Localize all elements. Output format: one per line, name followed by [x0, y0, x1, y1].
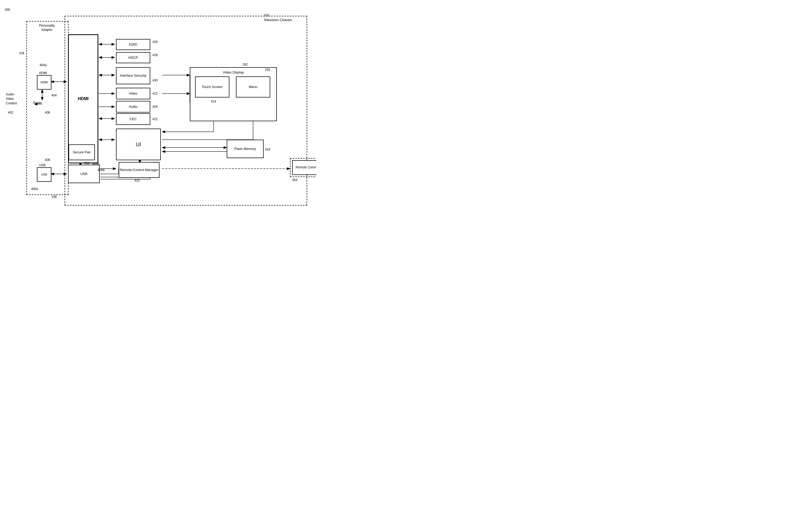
label-426: 426	[152, 40, 158, 44]
remote-control-manager-box: Remote-Control Manager	[118, 162, 160, 178]
power-label: Power	[33, 101, 42, 104]
secure-pair-box: Secure Pair	[69, 145, 95, 160]
diagram: 400 Personality Adapter Television Chass…	[0, 0, 316, 209]
label-406: 406	[45, 158, 50, 162]
flash-memory-box: Flash Memory	[227, 140, 264, 158]
label-418: 418	[265, 148, 270, 151]
menu-box: Menu	[236, 76, 270, 97]
label-408: 408	[45, 111, 50, 114]
hdmi-left-box: HDMI	[37, 75, 51, 90]
cec-box: CEC	[116, 113, 150, 125]
label-424: 424	[152, 105, 158, 109]
hdmi-main-box: HDMI	[68, 34, 98, 164]
label-410: 410	[84, 161, 90, 165]
ui-box: UI	[116, 129, 161, 160]
label-404a: 404a	[39, 63, 47, 67]
video-box: Video	[116, 88, 150, 99]
label-264: 264	[292, 178, 297, 182]
label-104: 104	[19, 51, 24, 55]
label-402: 402	[8, 111, 13, 114]
label-422: 422	[152, 117, 158, 121]
label-406b: 406b	[97, 168, 105, 172]
personality-adapter-label: Personality Adapter	[29, 24, 66, 32]
touch-screen-box: Touch Screen	[195, 76, 230, 97]
tv-chassis-label: Television Chassis	[264, 18, 292, 22]
usb-left-box: USB	[37, 167, 51, 182]
label-412: 412	[152, 92, 158, 95]
label-406a: 406a	[31, 187, 38, 191]
label-404: 404	[51, 94, 57, 97]
hdmi-connector-label: HDMI	[39, 71, 47, 75]
edid-box: EDID	[116, 39, 150, 50]
label-102: 102	[264, 13, 270, 17]
label-430: 430	[152, 78, 158, 82]
interface-security-box: Interface Security	[116, 67, 150, 84]
label-262: 262	[242, 63, 248, 66]
label-400: 400	[5, 8, 10, 12]
label-108: 108	[51, 195, 57, 199]
label-252: 252	[265, 68, 270, 72]
usb-connector-label: USB	[39, 164, 45, 167]
video-display-label: Video Display	[223, 70, 244, 75]
label-414: 414	[211, 100, 216, 103]
remote-commander-box: Remote Commander	[292, 160, 316, 175]
usb-main-box: USB	[68, 165, 100, 183]
label-428: 428	[152, 53, 158, 57]
audio-video-label: Audio-VideoContent	[6, 92, 17, 106]
label-420: 420	[134, 179, 140, 182]
audio-box: Audio	[116, 101, 150, 113]
hdcp-box: HDCP	[116, 52, 150, 63]
